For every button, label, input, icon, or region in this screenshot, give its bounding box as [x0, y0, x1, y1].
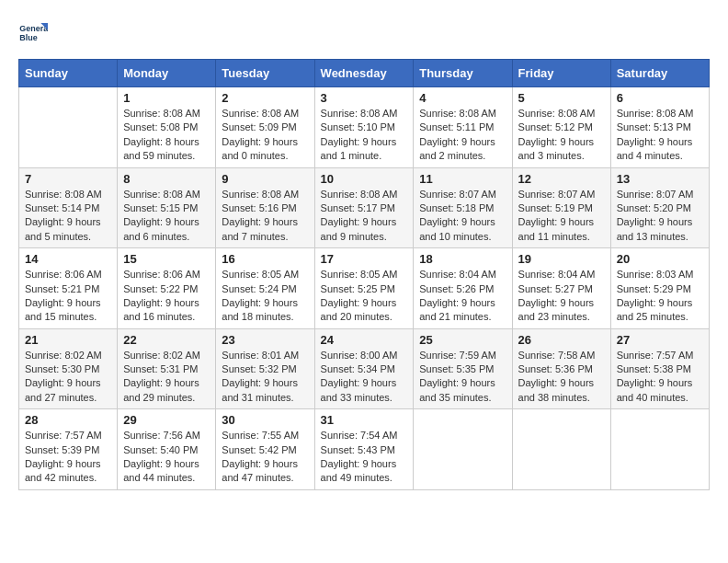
day-info: Sunrise: 7:55 AMSunset: 5:42 PMDaylight:…	[222, 429, 308, 486]
calendar-cell: 23Sunrise: 8:01 AMSunset: 5:32 PMDayligh…	[216, 328, 314, 409]
day-info: Sunrise: 7:59 AMSunset: 5:35 PMDaylight:…	[419, 349, 506, 406]
day-info: Sunrise: 8:07 AMSunset: 5:19 PMDaylight:…	[518, 188, 605, 245]
day-info: Sunrise: 8:08 AMSunset: 5:16 PMDaylight:…	[222, 188, 308, 245]
page-header: General Blue	[18, 18, 710, 48]
day-info: Sunrise: 8:02 AMSunset: 5:31 PMDaylight:…	[123, 349, 210, 406]
day-info: Sunrise: 8:05 AMSunset: 5:25 PMDaylight:…	[321, 268, 408, 325]
day-number: 10	[321, 172, 408, 186]
logo: General Blue	[18, 18, 48, 48]
weekday-header-row: SundayMondayTuesdayWednesdayThursdayFrid…	[19, 60, 710, 87]
day-number: 7	[25, 172, 111, 186]
weekday-header-sunday: Sunday	[19, 60, 118, 87]
day-info: Sunrise: 8:08 AMSunset: 5:14 PMDaylight:…	[25, 188, 111, 245]
calendar-cell: 7Sunrise: 8:08 AMSunset: 5:14 PMDaylight…	[19, 167, 118, 248]
day-number: 25	[419, 333, 506, 347]
day-info: Sunrise: 7:56 AMSunset: 5:40 PMDaylight:…	[123, 429, 210, 486]
day-number: 31	[321, 413, 408, 427]
calendar-cell	[610, 409, 709, 490]
week-row-1: 1Sunrise: 8:08 AMSunset: 5:08 PMDaylight…	[19, 87, 710, 168]
day-info: Sunrise: 8:03 AMSunset: 5:29 PMDaylight:…	[617, 268, 703, 325]
calendar-cell: 1Sunrise: 8:08 AMSunset: 5:08 PMDaylight…	[118, 87, 216, 168]
week-row-5: 28Sunrise: 7:57 AMSunset: 5:39 PMDayligh…	[19, 409, 710, 490]
calendar-cell: 25Sunrise: 7:59 AMSunset: 5:35 PMDayligh…	[414, 328, 512, 409]
day-number: 18	[419, 252, 506, 266]
weekday-header-monday: Monday	[118, 60, 216, 87]
calendar-cell: 12Sunrise: 8:07 AMSunset: 5:19 PMDayligh…	[512, 167, 610, 248]
day-info: Sunrise: 8:00 AMSunset: 5:34 PMDaylight:…	[321, 349, 408, 406]
calendar-cell	[19, 87, 118, 168]
day-number: 21	[25, 333, 111, 347]
calendar-cell: 5Sunrise: 8:08 AMSunset: 5:12 PMDaylight…	[512, 87, 610, 168]
day-info: Sunrise: 8:07 AMSunset: 5:20 PMDaylight:…	[617, 188, 703, 245]
calendar-cell: 18Sunrise: 8:04 AMSunset: 5:26 PMDayligh…	[414, 248, 512, 329]
day-number: 4	[419, 91, 506, 105]
calendar-cell: 22Sunrise: 8:02 AMSunset: 5:31 PMDayligh…	[118, 328, 216, 409]
day-number: 27	[617, 333, 703, 347]
day-number: 2	[222, 91, 308, 105]
calendar-table: SundayMondayTuesdayWednesdayThursdayFrid…	[18, 59, 710, 490]
calendar-cell: 17Sunrise: 8:05 AMSunset: 5:25 PMDayligh…	[314, 248, 414, 329]
day-info: Sunrise: 8:08 AMSunset: 5:10 PMDaylight:…	[321, 107, 408, 164]
calendar-cell: 20Sunrise: 8:03 AMSunset: 5:29 PMDayligh…	[610, 248, 709, 329]
calendar-cell: 2Sunrise: 8:08 AMSunset: 5:09 PMDaylight…	[216, 87, 314, 168]
day-info: Sunrise: 8:08 AMSunset: 5:15 PMDaylight:…	[123, 188, 210, 245]
day-info: Sunrise: 8:07 AMSunset: 5:18 PMDaylight:…	[419, 188, 506, 245]
day-number: 12	[518, 172, 605, 186]
day-number: 17	[321, 252, 408, 266]
day-info: Sunrise: 8:02 AMSunset: 5:30 PMDaylight:…	[25, 349, 111, 406]
calendar-cell: 19Sunrise: 8:04 AMSunset: 5:27 PMDayligh…	[512, 248, 610, 329]
calendar-cell: 10Sunrise: 8:08 AMSunset: 5:17 PMDayligh…	[314, 167, 414, 248]
calendar-cell: 14Sunrise: 8:06 AMSunset: 5:21 PMDayligh…	[19, 248, 118, 329]
day-number: 16	[222, 252, 308, 266]
calendar-cell: 31Sunrise: 7:54 AMSunset: 5:43 PMDayligh…	[314, 409, 414, 490]
svg-text:Blue: Blue	[19, 33, 37, 42]
week-row-2: 7Sunrise: 8:08 AMSunset: 5:14 PMDaylight…	[19, 167, 710, 248]
day-info: Sunrise: 8:04 AMSunset: 5:27 PMDaylight:…	[518, 268, 605, 325]
day-number: 14	[25, 252, 111, 266]
weekday-header-thursday: Thursday	[414, 60, 512, 87]
day-number: 26	[518, 333, 605, 347]
calendar-cell: 28Sunrise: 7:57 AMSunset: 5:39 PMDayligh…	[19, 409, 118, 490]
calendar-cell	[414, 409, 512, 490]
calendar-cell: 16Sunrise: 8:05 AMSunset: 5:24 PMDayligh…	[216, 248, 314, 329]
day-info: Sunrise: 8:08 AMSunset: 5:08 PMDaylight:…	[123, 107, 210, 164]
day-info: Sunrise: 8:04 AMSunset: 5:26 PMDaylight:…	[419, 268, 506, 325]
day-info: Sunrise: 7:57 AMSunset: 5:39 PMDaylight:…	[25, 429, 111, 486]
day-info: Sunrise: 7:57 AMSunset: 5:38 PMDaylight:…	[617, 349, 703, 406]
day-info: Sunrise: 8:08 AMSunset: 5:13 PMDaylight:…	[617, 107, 703, 164]
calendar-cell: 8Sunrise: 8:08 AMSunset: 5:15 PMDaylight…	[118, 167, 216, 248]
calendar-cell: 21Sunrise: 8:02 AMSunset: 5:30 PMDayligh…	[19, 328, 118, 409]
day-number: 13	[617, 172, 703, 186]
calendar-cell: 6Sunrise: 8:08 AMSunset: 5:13 PMDaylight…	[610, 87, 709, 168]
day-info: Sunrise: 8:08 AMSunset: 5:11 PMDaylight:…	[419, 107, 506, 164]
weekday-header-friday: Friday	[512, 60, 610, 87]
calendar-cell: 24Sunrise: 8:00 AMSunset: 5:34 PMDayligh…	[314, 328, 414, 409]
day-number: 30	[222, 413, 308, 427]
week-row-4: 21Sunrise: 8:02 AMSunset: 5:30 PMDayligh…	[19, 328, 710, 409]
day-number: 6	[617, 91, 703, 105]
day-info: Sunrise: 8:06 AMSunset: 5:22 PMDaylight:…	[123, 268, 210, 325]
day-info: Sunrise: 8:08 AMSunset: 5:12 PMDaylight:…	[518, 107, 605, 164]
day-number: 3	[321, 91, 408, 105]
day-number: 5	[518, 91, 605, 105]
calendar-cell: 4Sunrise: 8:08 AMSunset: 5:11 PMDaylight…	[414, 87, 512, 168]
weekday-header-wednesday: Wednesday	[314, 60, 414, 87]
day-number: 28	[25, 413, 111, 427]
day-number: 29	[123, 413, 210, 427]
day-info: Sunrise: 7:54 AMSunset: 5:43 PMDaylight:…	[321, 429, 408, 486]
day-info: Sunrise: 8:08 AMSunset: 5:17 PMDaylight:…	[321, 188, 408, 245]
day-number: 9	[222, 172, 308, 186]
calendar-cell: 15Sunrise: 8:06 AMSunset: 5:22 PMDayligh…	[118, 248, 216, 329]
calendar-cell: 11Sunrise: 8:07 AMSunset: 5:18 PMDayligh…	[414, 167, 512, 248]
day-number: 11	[419, 172, 506, 186]
calendar-cell: 3Sunrise: 8:08 AMSunset: 5:10 PMDaylight…	[314, 87, 414, 168]
day-info: Sunrise: 8:08 AMSunset: 5:09 PMDaylight:…	[222, 107, 308, 164]
weekday-header-saturday: Saturday	[610, 60, 709, 87]
day-info: Sunrise: 8:05 AMSunset: 5:24 PMDaylight:…	[222, 268, 308, 325]
calendar-cell: 29Sunrise: 7:56 AMSunset: 5:40 PMDayligh…	[118, 409, 216, 490]
calendar-cell: 27Sunrise: 7:57 AMSunset: 5:38 PMDayligh…	[610, 328, 709, 409]
day-number: 24	[321, 333, 408, 347]
day-number: 23	[222, 333, 308, 347]
day-number: 20	[617, 252, 703, 266]
calendar-cell: 26Sunrise: 7:58 AMSunset: 5:36 PMDayligh…	[512, 328, 610, 409]
